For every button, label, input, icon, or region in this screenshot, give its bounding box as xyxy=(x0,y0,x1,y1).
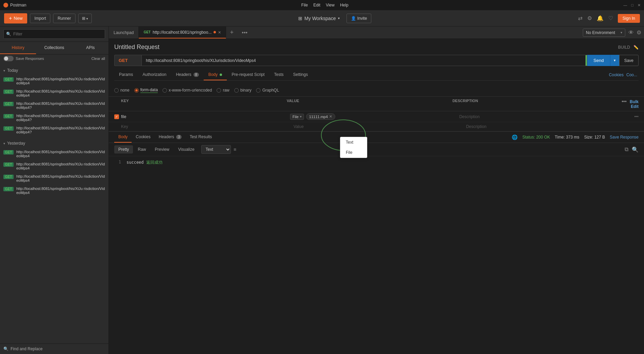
dropdown-text-option[interactable]: Text xyxy=(340,137,367,147)
row-checkbox[interactable]: ✓ xyxy=(114,114,121,119)
resp-tab-body[interactable]: Body xyxy=(114,132,132,143)
search-input[interactable] xyxy=(3,29,105,39)
tab-authorization[interactable]: Authorization xyxy=(138,69,171,80)
resp-tab-tests[interactable]: Test Results xyxy=(186,132,216,143)
dropdown-file-option[interactable]: File xyxy=(340,147,367,158)
send-dropdown-button[interactable]: ▾ xyxy=(610,55,619,66)
win-close[interactable]: ✕ xyxy=(638,3,641,7)
tab-active-request[interactable]: GET http://localhost:8081/springboo... × xyxy=(139,27,226,38)
format-visualize[interactable]: Visualize xyxy=(174,145,199,154)
resp-tab-cookies[interactable]: Cookies xyxy=(132,132,154,143)
sidebar-tab-apis[interactable]: APIs xyxy=(72,42,108,54)
sync-icon[interactable]: ⇄ xyxy=(578,15,582,21)
remove-file-icon[interactable]: ✕ xyxy=(329,114,332,119)
sidebar-tab-collections[interactable]: Collections xyxy=(36,42,72,54)
notification-icon[interactable]: 🔔 xyxy=(597,15,604,21)
new-button[interactable]: + New xyxy=(4,13,27,23)
tab-close-icon[interactable]: × xyxy=(218,30,221,35)
list-item[interactable]: GET http://localhost:8081/springboot/his… xyxy=(0,184,108,197)
today-section-header[interactable]: ▾ Today xyxy=(0,66,108,75)
import-button[interactable]: Import xyxy=(30,14,50,23)
raw-label: Raw xyxy=(138,147,146,152)
radio-none[interactable]: none xyxy=(114,88,130,93)
list-item[interactable]: GET http://localhost:8081/springboot/his… xyxy=(0,112,108,124)
yesterday-section-header[interactable]: ▾ Yesterday xyxy=(0,139,108,148)
radio-graphql[interactable]: GraphQL xyxy=(256,88,279,93)
history-url: http://localhost:8081/springboot/his/XtJ… xyxy=(16,162,105,170)
list-item[interactable]: GET http://localhost:8081/springboot/his… xyxy=(0,148,108,160)
list-item[interactable]: GET http://localhost:8081/springboot/his… xyxy=(0,160,108,172)
file-type-dropdown[interactable]: File ▾ xyxy=(290,114,304,120)
clear-all-button[interactable]: Clear all xyxy=(91,57,105,61)
workspace-button[interactable]: ⊞ My Workspace ▾ xyxy=(298,16,339,21)
kv-actions-header: ••• Bulk Edit xyxy=(618,99,639,109)
request-title-bar: Untitled Request BUILD ✏️ xyxy=(114,44,639,51)
menu-file[interactable]: File xyxy=(301,3,308,7)
pencil-icon[interactable]: ✏️ xyxy=(633,45,639,50)
radio-urlencoded[interactable]: x-www-form-urlencoded xyxy=(163,88,212,93)
menu-view[interactable]: View xyxy=(326,3,335,7)
dots-icon[interactable]: ••• xyxy=(622,99,627,104)
tab-tests[interactable]: Tests xyxy=(269,69,288,80)
save-responses-toggle[interactable] xyxy=(3,56,14,61)
empty-value-cell[interactable]: Value xyxy=(293,124,466,129)
checkbox[interactable]: ✓ xyxy=(114,114,119,119)
cookies-link-2[interactable]: Coo... xyxy=(626,73,639,77)
invite-button[interactable]: 👤 Invite xyxy=(346,14,372,23)
tab-pre-request[interactable]: Pre-request Script xyxy=(227,69,269,80)
settings-icon[interactable]: ⚙ xyxy=(587,15,592,21)
tab-settings[interactable]: Settings xyxy=(288,69,312,80)
send-button[interactable]: Send xyxy=(587,55,610,66)
settings-env-icon[interactable]: ⚙ xyxy=(637,29,641,36)
list-item[interactable]: GET http://localhost:8081/springboot/his… xyxy=(0,87,108,99)
url-input[interactable] xyxy=(142,55,586,66)
win-minimize[interactable]: — xyxy=(623,3,627,7)
row-key[interactable]: file xyxy=(121,114,290,119)
runner-button[interactable]: Runner xyxy=(53,14,75,23)
win-maximize[interactable]: □ xyxy=(631,3,633,7)
layout-icon: ⊞ xyxy=(82,16,85,21)
list-item[interactable]: GET http://localhost:8081/springboot/his… xyxy=(0,75,108,87)
empty-key-input[interactable]: Key xyxy=(121,124,293,129)
layout-button[interactable]: ⊞ ▾ xyxy=(78,14,92,23)
find-replace-label[interactable]: Find and Replace xyxy=(11,347,43,351)
tab-add-button[interactable]: + xyxy=(226,29,238,36)
radio-raw[interactable]: raw xyxy=(217,88,229,93)
bulk-edit-button[interactable]: Bulk Edit xyxy=(630,99,639,109)
save-response-button[interactable]: Save Response xyxy=(610,135,639,140)
method-select[interactable]: GET POST PUT DELETE xyxy=(114,55,141,66)
eye-icon[interactable]: 👁 xyxy=(628,30,634,36)
tab-body[interactable]: Body xyxy=(204,69,227,80)
search-response-icon[interactable]: 🔍 xyxy=(632,146,639,153)
resp-tab-headers[interactable]: Headers 3 xyxy=(155,132,186,143)
radio-binary[interactable]: binary xyxy=(234,88,252,93)
tab-params[interactable]: Params xyxy=(114,69,138,80)
format-pretty[interactable]: Pretty xyxy=(114,145,133,154)
save-button[interactable]: Save xyxy=(619,55,639,66)
tab-headers[interactable]: Headers 8 xyxy=(171,69,203,80)
kv-value-header: VALUE xyxy=(287,99,452,109)
format-raw[interactable]: Raw xyxy=(134,145,150,154)
format-preview[interactable]: Preview xyxy=(151,145,173,154)
lines-icon[interactable]: ≡ xyxy=(234,147,236,152)
copy-icon[interactable]: ⧉ xyxy=(625,146,628,152)
list-item[interactable]: GET http://localhost:8081/springboot/his… xyxy=(0,124,108,136)
list-item[interactable]: GET http://localhost:8081/springboot/his… xyxy=(0,172,108,184)
menu-help[interactable]: Help xyxy=(340,3,349,7)
sidebar-tab-history[interactable]: History xyxy=(0,42,36,54)
empty-desc[interactable]: Description xyxy=(466,124,639,129)
list-item[interactable]: GET http://localhost:8081/springboot/his… xyxy=(0,99,108,112)
environment-select[interactable]: No Environment xyxy=(583,29,625,37)
response-format-select[interactable]: Text JSON HTML xyxy=(201,145,231,154)
signin-button[interactable]: Sign In xyxy=(618,14,640,23)
key-placeholder: Key xyxy=(121,124,128,129)
menu-edit[interactable]: Edit xyxy=(313,3,320,7)
row-more-icon[interactable]: ••• xyxy=(634,114,639,119)
heart-icon[interactable]: ♡ xyxy=(608,15,613,21)
globe-icon[interactable]: 🌐 xyxy=(512,134,518,140)
radio-form-data[interactable]: form-data xyxy=(134,87,158,93)
tab-more-button[interactable]: ••• xyxy=(238,30,252,36)
cookies-link[interactable]: Cookies xyxy=(609,73,626,77)
tab-launchpad[interactable]: Launchpad xyxy=(109,27,139,38)
row-description[interactable]: Description xyxy=(459,114,628,119)
